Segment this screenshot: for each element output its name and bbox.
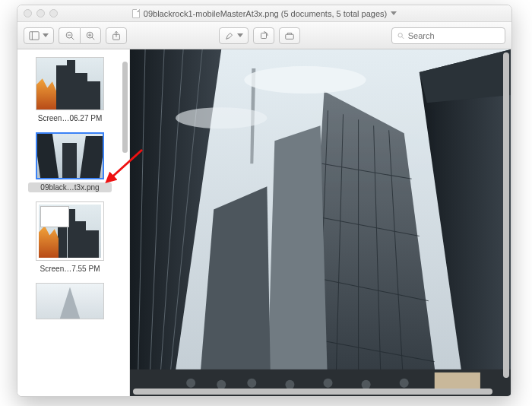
view-mode-segment — [24, 27, 54, 44]
zoom-out-icon — [65, 30, 75, 41]
svg-marker-33 — [267, 125, 328, 396]
zoom-segment — [59, 27, 101, 44]
thumbnail-label: Screen…06.27 PM — [28, 113, 112, 123]
content-area: Screen…06.27 PM 09black…t3x.png — [17, 49, 511, 396]
image-viewer[interactable] — [130, 49, 511, 396]
city-thumbnail-graphic — [36, 58, 103, 109]
svg-line-6 — [92, 36, 94, 39]
window-title: 09blackrock1-mobileMasterAt3x.png (5 doc… — [144, 9, 387, 18]
thumbnail-sidebar: Screen…06.27 PM 09black…t3x.png — [17, 49, 130, 396]
sidebar-view-icon — [29, 30, 40, 41]
svg-rect-11 — [261, 33, 266, 38]
city-thumbnail-graphic — [36, 284, 103, 319]
svg-point-37 — [186, 379, 195, 388]
thumbnail-item[interactable] — [28, 283, 112, 324]
svg-point-13 — [398, 33, 402, 36]
toolbar — [17, 22, 511, 49]
thumbnail-image[interactable] — [36, 201, 104, 261]
sidebar-view-button[interactable] — [24, 27, 54, 44]
thumbnail-label — [28, 322, 112, 324]
search-input[interactable] — [408, 31, 500, 40]
city-thumbnail-graphic — [39, 205, 101, 258]
document-proxy-icon — [132, 9, 140, 18]
markup-segment — [219, 27, 249, 44]
search-field[interactable] — [391, 27, 505, 44]
chevron-down-icon — [43, 33, 49, 37]
thumbnail-label: Screen…7.55 PM — [28, 264, 112, 274]
minimize-window-button[interactable] — [36, 9, 45, 17]
svg-point-46 — [244, 66, 366, 94]
preview-window: 09blackrock1-mobileMasterAt3x.png (5 doc… — [17, 5, 512, 397]
rotate-icon — [258, 30, 269, 41]
zoom-in-icon — [85, 30, 96, 41]
sidebar-scrollbar[interactable] — [122, 54, 128, 392]
close-window-button[interactable] — [24, 9, 32, 17]
svg-line-14 — [402, 36, 404, 39]
city-thumbnail-graphic — [37, 134, 103, 178]
title-text-group: 09blackrock1-mobileMasterAt3x.png (5 doc… — [17, 9, 511, 18]
highlight-icon — [224, 30, 235, 41]
svg-point-39 — [247, 379, 256, 388]
share-button[interactable] — [106, 27, 127, 44]
svg-line-3 — [71, 36, 73, 39]
rotate-button[interactable] — [253, 27, 274, 44]
thumbnail-item[interactable]: Screen…7.55 PM — [28, 201, 112, 274]
zoom-in-button[interactable] — [80, 27, 101, 44]
viewer-horizontal-scrollbar[interactable] — [133, 389, 492, 395]
toolbox-icon — [284, 30, 295, 41]
zoom-window-button[interactable] — [49, 9, 58, 17]
thumbnail-image[interactable] — [36, 283, 104, 319]
thumbnail-label: 09black…t3x.png — [28, 182, 112, 192]
svg-rect-0 — [30, 31, 39, 40]
thumbnail-image[interactable] — [36, 132, 104, 179]
svg-rect-12 — [285, 34, 293, 39]
thumbnail-list: Screen…06.27 PM 09black…t3x.png — [17, 49, 129, 341]
viewer-vertical-scroll-thumb[interactable] — [503, 52, 509, 378]
svg-rect-45 — [435, 373, 480, 389]
markup-toolbar-button[interactable] — [279, 27, 300, 44]
viewer-horizontal-scroll-thumb[interactable] — [133, 389, 492, 395]
search-icon — [397, 31, 405, 40]
highlight-button[interactable] — [219, 27, 249, 44]
chevron-down-icon — [237, 33, 243, 37]
thumbnail-image[interactable] — [36, 57, 104, 110]
viewer-vertical-scrollbar[interactable] — [503, 52, 509, 378]
zoom-out-button[interactable] — [59, 27, 80, 44]
share-icon — [111, 30, 122, 41]
window-controls — [24, 9, 58, 17]
svg-point-43 — [400, 379, 409, 388]
title-menu-chevron-icon[interactable] — [391, 11, 397, 15]
main-image — [130, 49, 511, 396]
thumbnail-item[interactable]: 09black…t3x.png — [28, 132, 112, 192]
svg-point-41 — [324, 379, 333, 388]
thumbnail-item[interactable]: Screen…06.27 PM — [28, 57, 112, 123]
svg-point-47 — [176, 107, 267, 128]
titlebar: 09blackrock1-mobileMasterAt3x.png (5 doc… — [17, 5, 511, 22]
sidebar-scroll-thumb[interactable] — [122, 62, 128, 153]
